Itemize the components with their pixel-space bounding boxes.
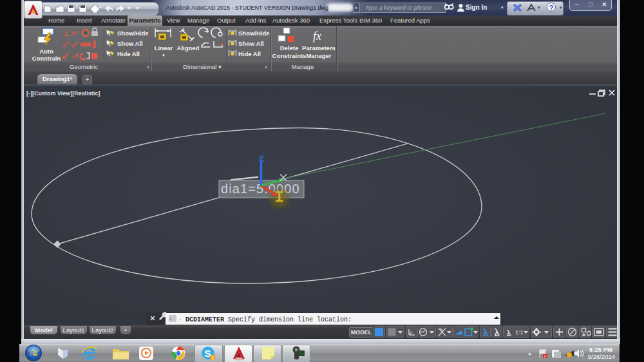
svg-text:Hide All: Hide All xyxy=(117,50,140,57)
svg-text:▾: ▾ xyxy=(162,53,165,57)
svg-text:[-][Custom View][Realistic]: [-][Custom View][Realistic] xyxy=(26,90,100,97)
svg-text:fx: fx xyxy=(313,30,321,43)
svg-text:Hide All: Hide All xyxy=(238,50,261,57)
svg-text:Show All: Show All xyxy=(117,40,143,47)
svg-text:1: 1 xyxy=(211,356,214,360)
svg-text:x: x xyxy=(544,354,546,358)
svg-text:DCDIAMETER Specify dimension l: DCDIAMETER Specify dimension line locati… xyxy=(185,316,352,323)
svg-text:Linear: Linear xyxy=(155,44,173,52)
svg-text:Delete: Delete xyxy=(280,44,299,52)
svg-text:»: » xyxy=(265,65,267,70)
svg-text:Show All: Show All xyxy=(238,40,264,47)
svg-text:Show/Hide: Show/Hide xyxy=(117,30,149,37)
svg-text:Geometric: Geometric xyxy=(70,63,98,70)
svg-text:1:1: 1:1 xyxy=(515,329,524,336)
svg-text:Constraints: Constraints xyxy=(272,52,307,59)
svg-text:Manager: Manager xyxy=(306,52,331,59)
svg-text:-: - xyxy=(179,316,181,322)
svg-text:Aligned: Aligned xyxy=(177,44,200,52)
svg-text:Parameters: Parameters xyxy=(302,44,336,52)
svg-text:Dimensional ▾: Dimensional ▾ xyxy=(183,63,222,70)
svg-text:Show/Hide: Show/Hide xyxy=(238,30,270,37)
svg-text:Constrain: Constrain xyxy=(32,55,61,62)
svg-text:Auto: Auto xyxy=(39,48,53,55)
svg-text:Manage: Manage xyxy=(292,63,314,70)
svg-text:›: › xyxy=(169,316,171,322)
svg-text:»: » xyxy=(147,65,149,70)
